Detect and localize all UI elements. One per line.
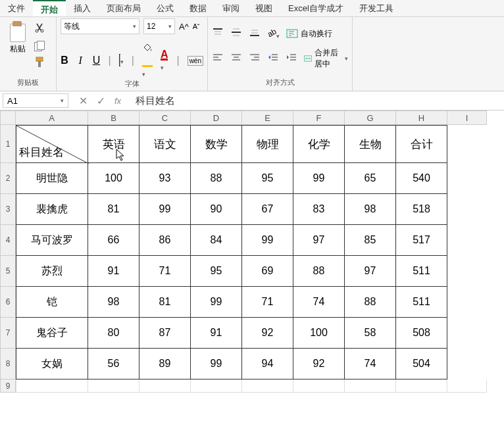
cell[interactable]: 508 xyxy=(396,318,447,349)
tab-pagelayout[interactable]: 页面布局 xyxy=(99,0,149,16)
cell[interactable]: 69 xyxy=(242,256,293,287)
cell[interactable]: 58 xyxy=(345,318,396,349)
row-header[interactable]: 8 xyxy=(0,349,16,379)
cell[interactable]: 95 xyxy=(191,256,242,287)
cell[interactable]: 合计 xyxy=(396,125,447,163)
cell[interactable]: 81 xyxy=(139,287,191,318)
cell[interactable]: 英语 xyxy=(88,125,139,163)
name-box[interactable]: A1▾ xyxy=(3,93,68,108)
cell[interactable]: 56 xyxy=(88,349,139,379)
cell[interactable]: 92 xyxy=(293,349,345,379)
bold-button[interactable]: B xyxy=(61,55,68,66)
row-header[interactable]: 2 xyxy=(0,163,16,194)
cell[interactable]: 86 xyxy=(139,225,191,256)
cell[interactable]: 99 xyxy=(242,225,293,256)
cell[interactable]: 明世隐 xyxy=(16,163,88,194)
border-button[interactable]: ▾ xyxy=(119,55,124,66)
cell[interactable] xyxy=(345,379,396,393)
cell[interactable]: 97 xyxy=(345,256,396,287)
cell[interactable]: 99 xyxy=(191,287,242,318)
align-middle-button[interactable] xyxy=(230,28,242,39)
cell[interactable]: 517 xyxy=(396,225,447,256)
cell[interactable]: 511 xyxy=(396,287,447,318)
cell[interactable]: 87 xyxy=(139,318,191,349)
row-header[interactable]: 5 xyxy=(0,256,16,287)
cell[interactable]: 91 xyxy=(88,256,139,287)
col-header[interactable]: D xyxy=(191,110,242,125)
cell[interactable]: 98 xyxy=(88,287,139,318)
align-left-button[interactable] xyxy=(212,53,224,64)
cell[interactable] xyxy=(447,379,487,393)
col-header[interactable]: A xyxy=(16,110,88,125)
cell[interactable]: 鬼谷子 xyxy=(16,318,88,349)
cell[interactable]: 93 xyxy=(139,163,191,194)
align-bottom-button[interactable] xyxy=(249,28,261,39)
cell[interactable] xyxy=(293,379,345,393)
enter-button[interactable]: ✓ xyxy=(97,95,105,107)
tab-review[interactable]: 审阅 xyxy=(214,0,247,16)
decrease-indent-button[interactable] xyxy=(267,53,279,64)
cell[interactable]: 84 xyxy=(191,225,242,256)
col-header[interactable]: H xyxy=(396,110,447,125)
cell[interactable]: 83 xyxy=(293,194,345,225)
tab-insert[interactable]: 插入 xyxy=(66,0,99,16)
align-center-button[interactable] xyxy=(230,53,242,64)
row-header[interactable]: 3 xyxy=(0,194,16,225)
cell[interactable]: 504 xyxy=(396,349,447,379)
cell[interactable]: 99 xyxy=(293,163,345,194)
cell[interactable]: 100 xyxy=(88,163,139,194)
cell[interactable]: 100 xyxy=(293,318,345,349)
col-header[interactable]: B xyxy=(88,110,139,125)
tab-custom[interactable]: Excel自学成才 xyxy=(280,0,351,16)
cell[interactable]: 98 xyxy=(345,194,396,225)
cell[interactable]: 85 xyxy=(345,225,396,256)
formula-input[interactable]: 科目姓名 xyxy=(129,95,504,107)
cell[interactable]: 540 xyxy=(396,163,447,194)
col-header[interactable]: C xyxy=(139,110,191,125)
cell[interactable]: 95 xyxy=(242,163,293,194)
italic-button[interactable]: I xyxy=(76,55,84,66)
orientation-button[interactable]: ab▾ xyxy=(267,26,280,41)
row-header[interactable]: 4 xyxy=(0,225,16,256)
align-right-button[interactable] xyxy=(249,53,261,64)
cell[interactable]: 511 xyxy=(396,256,447,287)
cell[interactable]: 67 xyxy=(242,194,293,225)
row-header[interactable]: 1 xyxy=(0,125,16,163)
cell[interactable]: 92 xyxy=(242,318,293,349)
fill-color-button[interactable]: ▾ xyxy=(142,42,153,79)
tab-formulas[interactable]: 公式 xyxy=(149,0,182,16)
cell[interactable]: 97 xyxy=(293,225,345,256)
copy-button[interactable] xyxy=(34,41,45,51)
merge-center-button[interactable]: 合并后居中▾ xyxy=(304,47,348,70)
tab-file[interactable]: 文件 xyxy=(0,0,33,16)
cell[interactable]: 数学 xyxy=(191,125,242,163)
font-color-button[interactable]: A▾ xyxy=(161,49,169,72)
cell[interactable]: 苏烈 xyxy=(16,256,88,287)
align-top-button[interactable] xyxy=(212,28,224,39)
cell[interactable]: 生物 xyxy=(345,125,396,163)
cell[interactable]: 语文 xyxy=(139,125,191,163)
cell[interactable]: 马可波罗 xyxy=(16,225,88,256)
cell[interactable]: 89 xyxy=(139,349,191,379)
cell[interactable]: 71 xyxy=(139,256,191,287)
tab-home[interactable]: 开始 xyxy=(33,0,66,16)
format-painter-button[interactable] xyxy=(34,57,46,71)
phonetic-button[interactable]: wén xyxy=(188,56,203,66)
cell[interactable]: 88 xyxy=(293,256,345,287)
wrap-text-button[interactable]: 自动换行 xyxy=(286,28,332,39)
tab-data[interactable]: 数据 xyxy=(182,0,214,16)
cell[interactable]: 80 xyxy=(88,318,139,349)
col-header[interactable]: I xyxy=(447,110,487,125)
cell[interactable]: 99 xyxy=(191,349,242,379)
cell[interactable]: 88 xyxy=(345,287,396,318)
cell[interactable] xyxy=(396,379,447,393)
row-header[interactable]: 6 xyxy=(0,287,16,318)
select-all-corner[interactable] xyxy=(0,110,16,125)
cell[interactable]: 科目姓名 xyxy=(16,125,88,163)
cell[interactable]: 71 xyxy=(242,287,293,318)
cell[interactable]: 90 xyxy=(191,194,242,225)
shrink-font-button[interactable]: A˘ xyxy=(193,22,200,30)
cell[interactable]: 99 xyxy=(139,194,191,225)
underline-button[interactable]: U xyxy=(92,55,100,66)
increase-indent-button[interactable] xyxy=(286,53,297,64)
